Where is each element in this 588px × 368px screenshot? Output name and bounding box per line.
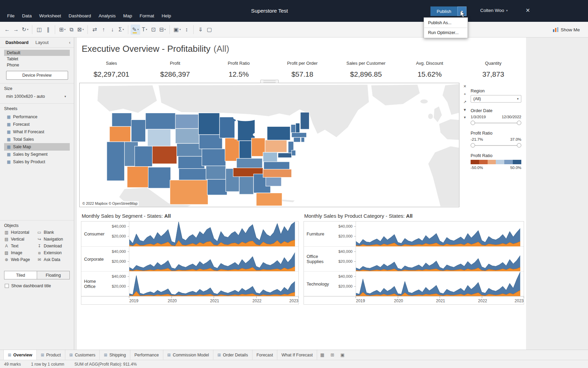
- sheet-item-sales-by-product[interactable]: ▦Sales by Product: [4, 158, 70, 166]
- state-idaho[interactable]: [131, 120, 146, 142]
- state-nebraska[interactable]: [177, 143, 202, 156]
- publish-menu-item-publish-as-[interactable]: Publish As...: [424, 19, 468, 27]
- publish-button[interactable]: Publish: [430, 6, 457, 16]
- object-download[interactable]: ↧Download: [37, 244, 70, 248]
- menu-data[interactable]: Data: [18, 12, 36, 20]
- new-worksheet-button[interactable]: ▦: [317, 350, 327, 360]
- object-web-page[interactable]: ⊕Web Page: [4, 257, 37, 262]
- device-preview-button[interactable]: Device Preview: [6, 71, 68, 80]
- area-plot[interactable]: [129, 221, 298, 246]
- state-connecticut[interactable]: [294, 137, 300, 142]
- object-navigation[interactable]: ↪Navigation: [37, 237, 70, 242]
- object-image[interactable]: ▨Image: [4, 250, 37, 255]
- menu-format[interactable]: Format: [136, 12, 158, 20]
- slider-handle-right[interactable]: [517, 121, 521, 125]
- object-text[interactable]: AText: [4, 244, 37, 248]
- highlight-icon[interactable]: ✎▾: [131, 25, 140, 35]
- state-louisiana[interactable]: [207, 179, 227, 195]
- profit-ratio-slider[interactable]: [471, 142, 521, 149]
- sheet-item-performance[interactable]: ▦Performance: [4, 113, 70, 121]
- state-new-mexico[interactable]: [148, 167, 171, 188]
- sheet-tab-forecast[interactable]: Forecast: [252, 350, 278, 360]
- sheet-item-sale-map[interactable]: ▦Sale Map: [4, 143, 70, 151]
- state-delaware[interactable]: [292, 150, 296, 156]
- state-new-hampshire[interactable]: [296, 123, 300, 133]
- state-wisconsin[interactable]: [219, 117, 236, 138]
- menu-help[interactable]: Help: [158, 12, 175, 20]
- area-plot[interactable]: [356, 221, 524, 246]
- state-oregon[interactable]: [110, 126, 131, 142]
- user-menu[interactable]: Colten Woo ▾: [480, 8, 508, 13]
- sheet-tab-shipping[interactable]: ⊞Shipping: [100, 350, 130, 360]
- state-michigan[interactable]: [237, 120, 255, 141]
- menu-file[interactable]: File: [3, 12, 18, 20]
- size-dropdown[interactable]: min 1000x620 - auto ▾: [4, 93, 68, 100]
- sort-ascending-icon[interactable]: ↑: [99, 25, 108, 35]
- category-chart-panel[interactable]: Monthly Sales by Product Category - Stat…: [304, 213, 524, 305]
- sort-descending-icon[interactable]: ↓: [108, 25, 117, 35]
- slider-handle-right[interactable]: [517, 143, 521, 148]
- area-plot[interactable]: [356, 247, 524, 271]
- filter-icon[interactable]: ▼: [463, 108, 467, 112]
- map-viewport[interactable]: [80, 83, 459, 207]
- state-wyoming[interactable]: [148, 129, 171, 146]
- go-to-sheet-icon[interactable]: ↗: [463, 100, 466, 104]
- sheet-tab-order-details[interactable]: ⊞Order Details: [213, 350, 252, 360]
- object-blank[interactable]: ▭Blank: [37, 230, 70, 235]
- fit-icon[interactable]: ▣▾: [172, 25, 182, 35]
- close-button[interactable]: ✕: [526, 7, 530, 14]
- totals-icon[interactable]: Σ▾: [117, 25, 126, 35]
- new-dashboard-button[interactable]: ⊞: [327, 350, 337, 360]
- state-iowa[interactable]: [199, 135, 222, 149]
- floating-button[interactable]: Floating: [37, 271, 70, 279]
- state-utah[interactable]: [135, 146, 152, 167]
- sheet-tab-what-if-forecast[interactable]: What If Forecast: [277, 350, 317, 360]
- sheet-item-total-sales[interactable]: ▦Total Sales: [4, 136, 70, 143]
- sheet-tab-overview[interactable]: ⊞Overview: [3, 350, 37, 360]
- publish-menu-item-run-optimizer-[interactable]: Run Optimizer...: [424, 29, 468, 37]
- object-extension[interactable]: ⧈Extension: [37, 250, 70, 255]
- menu-map[interactable]: Map: [119, 12, 136, 20]
- fix-axes-icon[interactable]: ↕: [182, 25, 191, 35]
- duplicate-sheet-icon[interactable]: ⧉: [67, 25, 76, 35]
- state-pennsylvania[interactable]: [265, 140, 287, 152]
- redo-icon[interactable]: →: [12, 25, 20, 35]
- sheet-tab-customers[interactable]: ⊞Customers: [65, 350, 100, 360]
- sheet-item-forecast[interactable]: ▦Forecast: [4, 121, 70, 128]
- menu-dashboard[interactable]: Dashboard: [65, 12, 95, 20]
- area-plot[interactable]: [356, 272, 524, 296]
- remove-filter-icon[interactable]: ✕: [463, 84, 466, 89]
- order-date-slider[interactable]: [471, 120, 521, 126]
- state-kentucky[interactable]: [236, 158, 262, 168]
- state-west-virginia[interactable]: [263, 152, 277, 162]
- state-rhode-island[interactable]: [301, 137, 305, 142]
- tiled-button[interactable]: Tiled: [4, 271, 37, 279]
- state-virginia[interactable]: [264, 162, 290, 169]
- state-indiana[interactable]: [239, 141, 251, 158]
- state-maine[interactable]: [300, 112, 309, 129]
- state-new-york[interactable]: [267, 126, 290, 140]
- sheet-tab-product[interactable]: ⊞Product: [37, 350, 65, 360]
- state-arizona[interactable]: [127, 167, 148, 188]
- slider-handle-left[interactable]: [471, 143, 475, 148]
- object-horizontal[interactable]: ▥Horizontal: [4, 230, 37, 235]
- state-maryland[interactable]: [278, 153, 292, 158]
- state-massachusetts[interactable]: [292, 133, 307, 137]
- show-dashboard-title-checkbox[interactable]: Show dashboard title: [5, 283, 69, 288]
- device-option-phone[interactable]: Phone: [4, 62, 70, 68]
- object-ask-data[interactable]: ✉Ask Data: [37, 257, 70, 262]
- new-story-button[interactable]: ▣: [337, 350, 347, 360]
- state-kansas[interactable]: [178, 156, 205, 169]
- state-oklahoma[interactable]: [179, 169, 207, 180]
- menu-analysis[interactable]: Analysis: [95, 12, 119, 20]
- state-texas[interactable]: [170, 180, 208, 204]
- show-me-button[interactable]: Show Me: [550, 25, 583, 35]
- state-north-carolina[interactable]: [263, 169, 292, 178]
- menu-worksheet[interactable]: Worksheet: [35, 12, 65, 20]
- presentation-mode-icon[interactable]: ▢: [205, 25, 214, 35]
- clear-sheet-icon[interactable]: ⊠▾: [76, 25, 85, 35]
- pin-icon[interactable]: ⌖: [464, 92, 466, 96]
- state-florida[interactable]: [256, 193, 282, 206]
- state-arkansas[interactable]: [206, 166, 226, 180]
- sheet-tab-commission-model[interactable]: ⊞Commission Model: [163, 350, 213, 360]
